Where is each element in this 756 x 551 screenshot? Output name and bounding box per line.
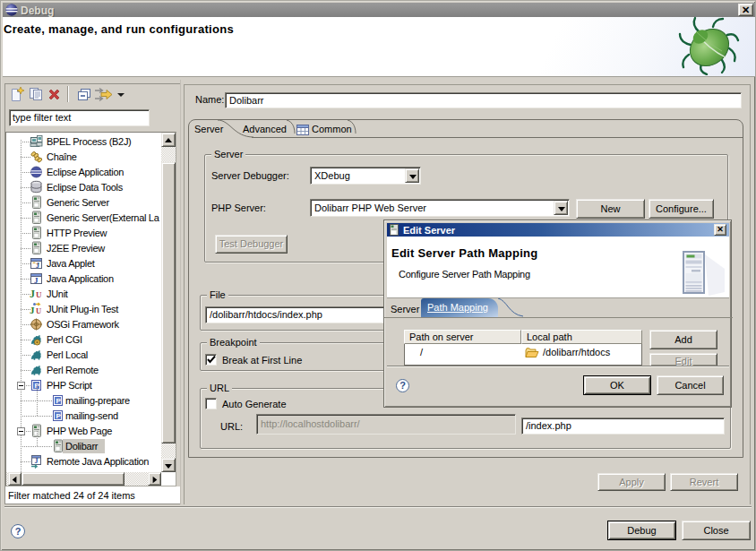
svg-text:J: J (30, 305, 35, 315)
svg-text:J: J (35, 457, 39, 465)
svg-text:U: U (36, 306, 41, 315)
svg-text:J: J (36, 262, 39, 270)
svg-text:U: U (36, 290, 42, 299)
svg-text:J: J (30, 288, 35, 300)
